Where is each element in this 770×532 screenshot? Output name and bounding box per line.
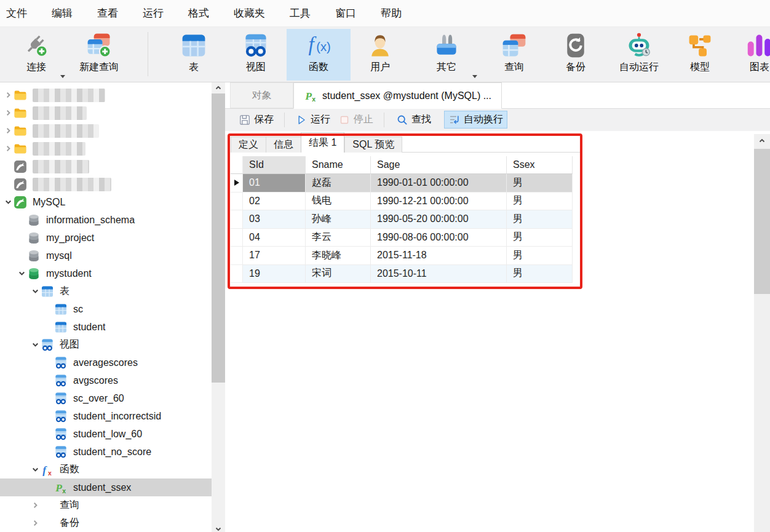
table-cell[interactable]: 02: [243, 193, 306, 211]
row-marker[interactable]: [231, 174, 243, 193]
sidebar-scrollbar-thumb[interactable]: [212, 93, 225, 383]
tree-item-table-sc[interactable]: sc: [0, 300, 212, 318]
tree-item-view-student-low-60[interactable]: student_low_60: [0, 425, 212, 443]
table-cell[interactable]: 2015-11-18: [371, 247, 507, 265]
scroll-down-icon[interactable]: [212, 523, 225, 532]
tree-item-tables-group[interactable]: 表: [0, 282, 212, 300]
result-tab-definition[interactable]: 定义: [231, 137, 266, 153]
tree-item-function-student-ssex[interactable]: Pxstudent_ssex: [0, 478, 212, 496]
row-marker[interactable]: [231, 247, 243, 265]
tree-item-db-mysql[interactable]: mysql: [0, 247, 212, 264]
chevron-right-icon[interactable]: [30, 500, 41, 511]
chevron-right-icon[interactable]: [30, 518, 41, 529]
table-cell[interactable]: 04: [243, 229, 306, 247]
tree-item-redacted-folder-2[interactable]: [0, 104, 212, 122]
table-cell[interactable]: 1990-05-20 00:00:00: [371, 210, 507, 229]
table-cell[interactable]: 男: [507, 265, 573, 284]
find-button[interactable]: 查找: [392, 111, 435, 129]
new-query-button[interactable]: 新建查询: [70, 29, 128, 81]
dropdown-caret-icon[interactable]: [472, 75, 477, 78]
view-button[interactable]: 视图: [236, 29, 276, 81]
table-cell[interactable]: 李晓峰: [306, 247, 371, 265]
others-button[interactable]: 其它: [426, 29, 467, 81]
column-header-sid[interactable]: SId: [243, 156, 306, 174]
menu-item-help[interactable]: 帮助: [381, 6, 402, 20]
run-button[interactable]: 运行: [292, 111, 334, 129]
tree-item-view-avgscores[interactable]: avgscores: [0, 371, 212, 389]
stop-button[interactable]: 停止: [335, 111, 377, 129]
table-cell[interactable]: 男: [507, 174, 573, 193]
table-cell[interactable]: 李云: [306, 229, 371, 247]
save-button[interactable]: 保存: [235, 111, 277, 129]
column-header-ssex[interactable]: Ssex: [507, 156, 573, 174]
tree-item-views-group[interactable]: 视图: [0, 336, 212, 354]
tree-item-redacted-folder-4[interactable]: [0, 140, 212, 157]
table-cell[interactable]: 孙峰: [306, 210, 371, 229]
chevron-down-icon[interactable]: [30, 339, 41, 351]
tree-item-db-mystudent[interactable]: mystudent: [0, 264, 212, 282]
tree-item-redacted-folder-3[interactable]: [0, 122, 212, 140]
menu-item-format[interactable]: 格式: [188, 6, 209, 20]
tree-item-view-sc-over-60[interactable]: sc_over_60: [0, 389, 212, 407]
tree-item-redacted-connection-1[interactable]: [0, 157, 212, 175]
table-cell[interactable]: 钱电: [306, 193, 371, 211]
menu-item-file[interactable]: 文件: [6, 6, 27, 20]
chevron-down-icon[interactable]: [16, 268, 27, 279]
connection-button[interactable]: 连接: [17, 29, 55, 81]
chevron-right-icon[interactable]: [2, 125, 14, 137]
table-cell[interactable]: 19: [243, 265, 306, 284]
tree-item-view-student-no-score[interactable]: student_no_score: [0, 443, 212, 461]
result-tab-sql-preview[interactable]: SQL 预览: [344, 137, 402, 153]
tree-item-queries-group[interactable]: 查询: [0, 496, 212, 514]
chevron-right-icon[interactable]: [2, 108, 14, 119]
table-cell[interactable]: 1990-08-06 00:00:00: [371, 229, 507, 247]
column-header-sage[interactable]: Sage: [371, 156, 507, 174]
menu-item-view[interactable]: 查看: [97, 6, 118, 20]
chevron-right-icon[interactable]: [2, 143, 14, 154]
model-button[interactable]: 模型: [678, 29, 722, 81]
results-scrollbar-thumb[interactable]: [754, 149, 770, 294]
table-cell[interactable]: 1990-01-01 00:00:00: [371, 174, 507, 193]
row-marker[interactable]: [231, 229, 243, 247]
result-tab-result-1[interactable]: 结果 1: [301, 132, 344, 153]
chevron-down-icon[interactable]: [2, 197, 14, 208]
scroll-up-icon[interactable]: [212, 82, 225, 93]
function-button[interactable]: f(x)函数: [287, 29, 351, 81]
tab-student-ssex[interactable]: Px student_ssex @mystudent (MySQL) ...: [293, 82, 502, 109]
automation-button[interactable]: 自动运行: [611, 29, 667, 81]
column-header-sname[interactable]: Sname: [306, 156, 371, 174]
tree-item-view-student-incorrectsid[interactable]: student_incorrectsid: [0, 407, 212, 425]
table-cell[interactable]: 宋词: [306, 265, 371, 284]
table-cell[interactable]: 赵磊: [306, 174, 371, 193]
user-button[interactable]: 用户: [359, 29, 401, 81]
tab-objects[interactable]: 对象: [230, 82, 293, 108]
chevron-down-icon[interactable]: [30, 464, 41, 475]
chevron-down-icon[interactable]: [30, 286, 41, 297]
tree-item-functions-group[interactable]: fx函数: [0, 461, 212, 478]
chevron-right-icon[interactable]: [2, 90, 14, 101]
menu-item-window[interactable]: 窗口: [335, 6, 356, 20]
tree-item-redacted-connection-2[interactable]: [0, 175, 212, 193]
results-scrollbar[interactable]: [754, 134, 770, 532]
row-marker[interactable]: [231, 210, 243, 229]
dropdown-caret-icon[interactable]: [60, 75, 65, 78]
result-tab-info[interactable]: 信息: [266, 137, 301, 153]
tree-item-redacted-folder-1[interactable]: [0, 86, 212, 104]
tree-item-mysql-connection[interactable]: MySQL: [0, 193, 212, 211]
scroll-up-icon[interactable]: [754, 135, 770, 146]
table-cell[interactable]: 01: [243, 174, 306, 193]
menu-item-run[interactable]: 运行: [143, 6, 164, 20]
menu-item-edit[interactable]: 编辑: [52, 6, 73, 20]
backup-button[interactable]: 备份: [555, 29, 597, 81]
table-button[interactable]: 表: [174, 29, 213, 81]
table-cell[interactable]: 男: [507, 229, 573, 247]
menu-item-tools[interactable]: 工具: [290, 6, 311, 20]
table-cell[interactable]: 男: [507, 210, 573, 229]
query-button[interactable]: 查询: [493, 29, 535, 81]
table-cell[interactable]: 03: [243, 210, 306, 229]
word-wrap-toggle[interactable]: 自动换行: [444, 111, 507, 129]
row-marker[interactable]: [231, 265, 243, 284]
tree-item-db-my-project[interactable]: my_project: [0, 229, 212, 247]
table-cell[interactable]: 1990-12-21 00:00:00: [371, 193, 507, 211]
sidebar-scrollbar[interactable]: [212, 82, 225, 532]
